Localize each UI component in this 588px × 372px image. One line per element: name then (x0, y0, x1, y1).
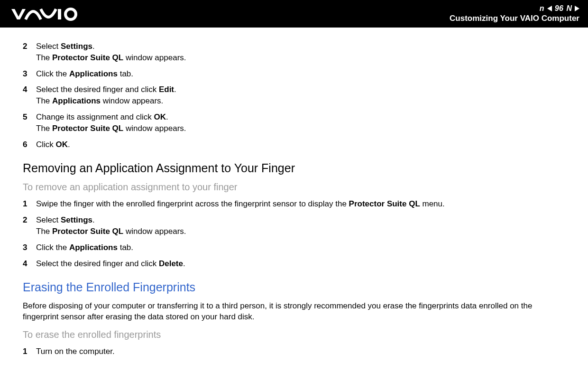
step-number: 4 (23, 258, 36, 270)
header-bar: n 96 N Customizing Your VAIO Computer (0, 0, 588, 28)
subheading-erasing: To erase the enrolled fingerprints (23, 329, 565, 340)
step-item: 2Select Settings.The Protector Suite QL … (23, 214, 565, 237)
step-text: Click the Applications tab. (36, 242, 565, 253)
step-text: Click OK. (36, 139, 565, 150)
steps-top-container: 2Select Settings.The Protector Suite QL … (23, 41, 565, 150)
steps-remove-container: 1Swipe the finger with the enrolled fing… (23, 198, 565, 269)
step-item: 2Select Settings.The Protector Suite QL … (23, 41, 565, 64)
step-item: 5Change its assignment and click OK.The … (23, 112, 565, 134)
arrow-right-icon[interactable] (575, 6, 579, 11)
step-number: 5 (23, 112, 36, 134)
heading-removing: Removing an Application Assignment to Yo… (23, 161, 565, 175)
steps-erase-container: 1Turn on the computer. (23, 346, 565, 357)
arrow-left-icon[interactable] (547, 6, 552, 11)
step-number: 2 (23, 41, 36, 64)
header-right: n 96 N Customizing Your VAIO Computer (450, 4, 580, 23)
step-number: 6 (23, 139, 36, 150)
vaio-logo (10, 7, 79, 21)
header-title: Customizing Your VAIO Computer (450, 14, 579, 23)
step-item: 1Turn on the computer. (23, 346, 565, 357)
page-number: 96 (555, 4, 564, 13)
step-number: 1 (23, 198, 36, 210)
step-text: Change its assignment and click OK.The P… (36, 112, 565, 134)
step-text: Click the Applications tab. (36, 68, 565, 80)
subheading-removing: To remove an application assignment to y… (23, 182, 565, 193)
step-number: 1 (23, 346, 36, 357)
step-item: 1Swipe the finger with the enrolled fing… (23, 198, 565, 210)
step-number: 4 (23, 84, 36, 107)
step-text: Select Settings.The Protector Suite QL w… (36, 214, 565, 237)
svg-rect-0 (58, 9, 61, 19)
step-number: 3 (23, 242, 36, 253)
erase-body-text: Before disposing of your computer or tra… (23, 301, 565, 323)
step-item: 3Click the Applications tab. (23, 242, 565, 253)
svg-point-1 (65, 9, 76, 19)
step-number: 2 (23, 214, 36, 237)
step-item: 6Click OK. (23, 139, 565, 150)
step-text: Turn on the computer. (36, 346, 565, 357)
step-text: Select the desired finger and click Dele… (36, 258, 565, 270)
step-text: Swipe the finger with the enrolled finge… (36, 198, 565, 210)
content-area: 2Select Settings.The Protector Suite QL … (0, 28, 588, 357)
step-text: Select Settings.The Protector Suite QL w… (36, 41, 565, 64)
page-navigation: n 96 N (540, 4, 579, 13)
step-item: 4Select the desired finger and click Edi… (23, 84, 565, 107)
step-item: 3Click the Applications tab. (23, 68, 565, 80)
step-number: 3 (23, 68, 36, 80)
heading-erasing: Erasing the Enrolled Fingerprints (23, 280, 565, 294)
step-item: 4Select the desired finger and click Del… (23, 258, 565, 270)
nav-prev-label[interactable]: n (540, 4, 544, 13)
nav-next-label[interactable]: N (566, 4, 572, 13)
step-text: Select the desired finger and click Edit… (36, 84, 565, 107)
